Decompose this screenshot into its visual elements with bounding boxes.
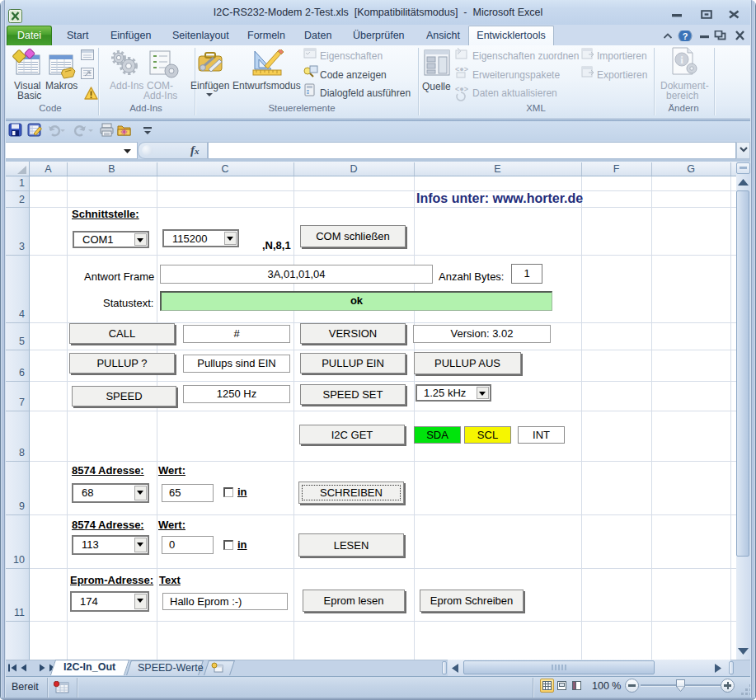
svg-text:?: ? [683, 31, 688, 41]
svg-text:i: i [680, 54, 683, 66]
